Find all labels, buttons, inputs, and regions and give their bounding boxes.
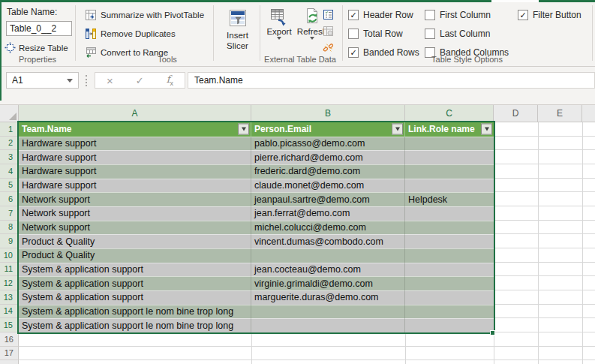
- cell-B9[interactable]: vincent.dumas@combodo.com: [251, 234, 405, 248]
- checkbox-first-column[interactable]: First Column: [425, 8, 509, 22]
- cell-C3[interactable]: [405, 150, 494, 164]
- cell-A8[interactable]: Network support: [19, 221, 251, 235]
- cell-C14[interactable]: [405, 305, 494, 319]
- cell-B5[interactable]: claude.monet@demo.com: [251, 179, 405, 193]
- cell-C7[interactable]: [405, 206, 494, 221]
- row-header-16[interactable]: 16: [0, 332, 19, 347]
- resize-table-button[interactable]: Resize Table: [5, 42, 68, 53]
- cell-A11[interactable]: System & application support: [19, 263, 251, 277]
- cell-C4[interactable]: [405, 164, 494, 179]
- cell-B10[interactable]: [251, 248, 405, 263]
- cell-B1[interactable]: Person.Email: [251, 122, 405, 137]
- row-header-2[interactable]: 2: [0, 137, 19, 151]
- row-header-9[interactable]: 9: [0, 234, 19, 248]
- cell-B14[interactable]: [251, 305, 405, 319]
- cell-C12[interactable]: [405, 276, 494, 290]
- export-icon: [269, 8, 289, 27]
- row-header-11[interactable]: 11: [0, 263, 19, 277]
- export-button[interactable]: Export: [263, 8, 295, 40]
- column-header-C[interactable]: C: [405, 105, 494, 122]
- cell-B7[interactable]: jean.ferrat@demo.com: [251, 206, 405, 221]
- checkbox-header-row[interactable]: ✓Header Row: [348, 8, 419, 22]
- column-header-E[interactable]: E: [538, 105, 582, 122]
- checkbox-last-column[interactable]: Last Column: [425, 27, 509, 41]
- name-box-dropdown-icon[interactable]: [67, 79, 73, 83]
- row-header-18[interactable]: 18: [0, 360, 19, 364]
- column-header-D[interactable]: D: [494, 105, 538, 122]
- row-header-10[interactable]: 10: [0, 248, 19, 263]
- insert-slicer-button[interactable]: Insert Slicer: [217, 7, 258, 62]
- cell-C15[interactable]: [405, 318, 494, 332]
- cell-B4[interactable]: frederic.dard@demo.com: [251, 164, 405, 179]
- refresh-dropdown-chevron: [310, 37, 314, 40]
- cell-C5[interactable]: [405, 179, 494, 193]
- row-header-12[interactable]: 12: [0, 276, 19, 290]
- unlink-button[interactable]: [322, 41, 334, 53]
- row-header-6[interactable]: 6: [0, 192, 19, 206]
- column-header-A[interactable]: A: [19, 105, 251, 122]
- cell-C6[interactable]: Helpdesk: [405, 192, 494, 206]
- cell-A3[interactable]: Hardware support: [19, 150, 251, 164]
- cell-B12[interactable]: virginie.grimaldi@demo.com: [251, 276, 405, 290]
- cell-B2[interactable]: pablo.picasso@demo.com: [251, 137, 405, 151]
- cell-A10[interactable]: Product & Quality: [19, 248, 251, 263]
- table-row-7: Network supportjean.ferrat@demo.com: [19, 206, 494, 221]
- row-header-17[interactable]: 17: [0, 347, 19, 361]
- checkbox-filter-button[interactable]: ✓Filter Button: [518, 8, 581, 22]
- row-header-4[interactable]: 4: [0, 164, 19, 179]
- column-header-B[interactable]: B: [251, 105, 405, 122]
- row-header-13[interactable]: 13: [0, 290, 19, 305]
- cell-C1[interactable]: Link.Role name: [405, 122, 494, 137]
- row-header-8[interactable]: 8: [0, 221, 19, 235]
- cell-C13[interactable]: [405, 290, 494, 305]
- data-range-properties-button[interactable]: [322, 8, 334, 20]
- row-header-5[interactable]: 5: [0, 179, 19, 193]
- cell-B13[interactable]: marguerite.duras@demo.com: [251, 290, 405, 305]
- summarize-with-pivottable-button[interactable]: Summarize with PivotTable: [85, 9, 204, 21]
- table-row-15: System & application support le nom bine…: [19, 318, 494, 332]
- cell-B8[interactable]: michel.colucci@demo.com: [251, 221, 405, 235]
- cell-A13[interactable]: System & application support: [19, 290, 251, 305]
- filter-button-link-role-name[interactable]: [481, 124, 492, 135]
- cell-A15[interactable]: System & application support le nom bine…: [19, 318, 251, 332]
- fill-handle[interactable]: [490, 330, 495, 335]
- cell-A5[interactable]: Hardware support: [19, 179, 251, 193]
- cell-B11[interactable]: jean.cocteau@demo.com: [251, 263, 405, 277]
- cell-C10[interactable]: [405, 248, 494, 263]
- cell-A9[interactable]: Product & Quality: [19, 234, 251, 248]
- cell-A12[interactable]: System & application support: [19, 276, 251, 290]
- remove-duplicates-icon: [85, 28, 97, 40]
- table-name-label: Table Name:: [7, 7, 57, 17]
- cell-C8[interactable]: [405, 221, 494, 235]
- row-header-14[interactable]: 14: [0, 305, 19, 319]
- cell-A14[interactable]: System & application support le nom bine…: [19, 305, 251, 319]
- row-header-7[interactable]: 7: [0, 206, 19, 221]
- filter-button-person-email[interactable]: [392, 124, 403, 135]
- table-name-input[interactable]: [6, 21, 72, 36]
- checkbox-box: [425, 29, 435, 39]
- insert-function-icon[interactable]: fx: [167, 74, 173, 87]
- cell-C2[interactable]: [405, 137, 494, 151]
- cell-B3[interactable]: pierre.richard@demo.com: [251, 150, 405, 164]
- cell-A2[interactable]: Hardware support: [19, 137, 251, 151]
- cell-A1[interactable]: Team.Name: [19, 122, 251, 137]
- cell-B15[interactable]: [251, 318, 405, 332]
- cell-C9[interactable]: [405, 234, 494, 248]
- cell-A7[interactable]: Network support: [19, 206, 251, 221]
- cancel-icon[interactable]: [107, 74, 113, 87]
- formula-input[interactable]: Team.Name: [188, 72, 595, 89]
- cell-A4[interactable]: Hardware support: [19, 164, 251, 179]
- cell-B6[interactable]: jeanpaul.sartre@demo.com: [251, 192, 405, 206]
- row-header-1[interactable]: 1: [0, 122, 19, 137]
- enter-icon[interactable]: [136, 75, 144, 86]
- cell-C11[interactable]: [405, 263, 494, 277]
- remove-duplicates-button[interactable]: Remove Duplicates: [85, 28, 176, 40]
- row-header-15[interactable]: 15: [0, 318, 19, 332]
- select-all-button[interactable]: [0, 105, 19, 122]
- table-row-13: System & application supportmarguerite.d…: [19, 290, 494, 305]
- insert-slicer-label-line2: Slicer: [227, 41, 248, 50]
- cell-A6[interactable]: Network support: [19, 192, 251, 206]
- row-header-3[interactable]: 3: [0, 150, 19, 164]
- checkbox-total-row[interactable]: Total Row: [348, 27, 419, 41]
- filter-button-team-name[interactable]: [238, 124, 249, 135]
